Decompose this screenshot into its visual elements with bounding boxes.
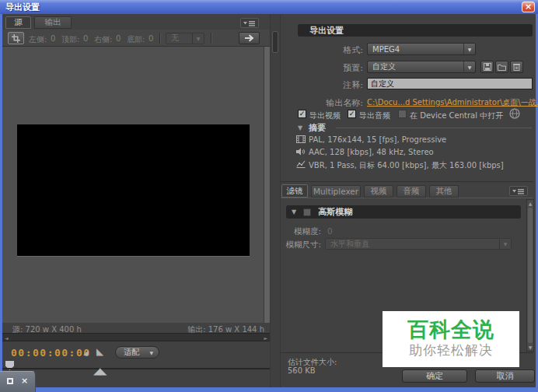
summary-audio-text: AAC, 128 [kbps], 48 kHz, Stereo xyxy=(309,148,434,156)
output-name-link[interactable]: C:\Docu...d Settings\Administrator\桌面\一战… xyxy=(367,97,538,108)
crop-ratio-dropdown[interactable]: 无 ▼ xyxy=(166,33,204,44)
watermark: 百科全说 助你轻松解决 xyxy=(383,311,519,367)
horizontal-scrollbar[interactable]: ◄ ► xyxy=(2,333,270,341)
recorder-overlay: × xyxy=(0,371,36,392)
preview-scrollbar[interactable] xyxy=(264,47,270,323)
send-to-output-button[interactable] xyxy=(239,32,260,44)
in-point-icon[interactable]: ◢ xyxy=(83,348,89,356)
summary-collapse-icon[interactable]: ▼ xyxy=(298,124,302,131)
crop-top-value[interactable]: 0 xyxy=(83,34,88,43)
comment-input[interactable] xyxy=(367,78,533,89)
window-titlebar[interactable]: 导出设置 × xyxy=(0,0,538,14)
tab-other[interactable]: 其他 xyxy=(429,185,459,198)
tab-filters[interactable]: 滤镜 xyxy=(281,184,308,198)
export-audio-checkbox[interactable]: ✓ xyxy=(348,110,356,118)
tab-filters-label: 滤镜 xyxy=(287,186,303,197)
summary-video-text: PAL, 176x144, 15 [fps], Progressive xyxy=(309,135,446,144)
gaussian-blur-header: ▼ 高斯模糊 xyxy=(286,205,521,219)
gaussian-blur-title: 高斯模糊 xyxy=(318,206,352,218)
preset-dropdown[interactable]: 自定义 ▼ xyxy=(367,61,476,73)
crop-left-value[interactable]: 0 xyxy=(51,34,55,43)
blur-enable-checkbox[interactable] xyxy=(303,208,311,216)
scrollbar-thumb[interactable] xyxy=(528,208,533,343)
scroll-down-icon[interactable]: ▼ xyxy=(527,345,533,350)
crop-button[interactable] xyxy=(8,32,24,44)
crop-bottom-value[interactable]: 0 xyxy=(148,34,153,43)
crop-bottom-label: 底部: xyxy=(127,34,145,45)
blur-dimension-label: 模糊尺寸: xyxy=(281,240,321,250)
blurriness-label: 模糊度: xyxy=(281,226,321,237)
crop-right-label: 右侧: xyxy=(94,34,112,45)
out-point-icon[interactable]: ◣ xyxy=(96,346,103,357)
bitrate-icon xyxy=(296,160,306,168)
toolbar-separator xyxy=(159,33,160,44)
film-icon xyxy=(296,135,306,143)
filter-scrollbar[interactable]: ▲ ▼ xyxy=(526,199,534,352)
save-preset-button[interactable] xyxy=(480,61,494,73)
export-video-label: 导出视频 xyxy=(309,110,341,121)
tab-audio-label: 音频 xyxy=(404,186,420,197)
crop-left-label: 左侧: xyxy=(29,34,47,45)
ok-button[interactable]: 确定 xyxy=(402,369,467,383)
arrow-right-icon xyxy=(244,34,254,42)
chevron-down-icon: ▼ xyxy=(192,33,204,44)
section-divider xyxy=(281,181,533,182)
blur-collapse-icon[interactable]: ▼ xyxy=(292,208,296,215)
tab-audio[interactable]: 音频 xyxy=(397,185,426,198)
export-video-checkbox[interactable]: ✓ xyxy=(298,110,306,118)
tab-source[interactable]: 源 xyxy=(5,16,31,29)
disk-icon xyxy=(484,63,491,71)
close-button[interactable]: × xyxy=(522,2,535,12)
delete-preset-button[interactable] xyxy=(510,61,523,73)
timeline-track[interactable] xyxy=(2,368,270,369)
tab-video[interactable]: 视频 xyxy=(364,185,393,198)
panel-divider[interactable] xyxy=(270,14,281,387)
close-icon[interactable]: × xyxy=(21,376,28,386)
window-border-bottom xyxy=(0,387,538,392)
tab-output-label: 输出 xyxy=(45,17,61,28)
tab-output[interactable]: 输出 xyxy=(34,16,72,29)
timecode-display[interactable]: 00:00:00:00 xyxy=(11,347,91,359)
cancel-button-label: 取消 xyxy=(497,370,514,382)
watermark-subtitle: 助你轻松解决 xyxy=(409,341,493,359)
format-label: 格式: xyxy=(281,44,363,56)
import-preset-button[interactable] xyxy=(495,61,508,73)
divider-gripper[interactable] xyxy=(272,31,278,53)
source-panel-menu-button[interactable] xyxy=(240,18,259,28)
device-central-label: 在 Device Central 中打开 xyxy=(410,110,503,121)
filter-panel-menu-button[interactable] xyxy=(509,186,528,196)
crop-right-value[interactable]: 0 xyxy=(116,34,121,43)
toolbar-separator-2 xyxy=(211,33,211,44)
blurriness-value[interactable]: 0 xyxy=(327,226,333,236)
format-dropdown[interactable]: MPEG4 ▼ xyxy=(367,43,476,55)
trash-icon xyxy=(513,63,520,71)
fit-dropdown[interactable]: 适配 ▼ xyxy=(115,346,159,359)
check-icon: ✓ xyxy=(349,110,355,117)
scroll-left-icon[interactable]: ◄ xyxy=(5,335,9,341)
device-central-checkbox[interactable] xyxy=(398,110,407,118)
chevron-down-icon: ▼ xyxy=(149,350,153,355)
tabs-underline xyxy=(281,198,533,198)
output-name-label: 输出名称: xyxy=(281,97,363,109)
blur-dimension-dropdown[interactable]: 水平和垂直 ▼ xyxy=(325,238,512,250)
cancel-button[interactable]: 取消 xyxy=(475,369,535,383)
crop-ratio-value: 无 xyxy=(171,33,179,44)
video-frame xyxy=(17,124,250,257)
stop-icon[interactable] xyxy=(7,378,13,384)
format-value: MPEG4 xyxy=(372,45,400,54)
folder-icon xyxy=(498,64,506,71)
panel-menu-icon xyxy=(243,20,256,26)
inout-markers-icon[interactable]: ◢◣ xyxy=(93,366,106,376)
scroll-right-icon[interactable]: ► xyxy=(264,335,267,341)
check-icon: ✓ xyxy=(299,110,306,117)
chevron-down-icon: ▼ xyxy=(463,61,475,72)
scroll-up-icon[interactable]: ▲ xyxy=(527,201,533,206)
crop-toolbar: 左侧: 0 顶部: 0 右侧: 0 底部: 0 无 ▼ xyxy=(2,30,270,47)
export-settings-window: 导出设置 × 源 输出 左侧: 0 顶部: 0 右侧: 0 底部: xyxy=(0,0,538,392)
panel-menu-icon xyxy=(512,188,525,194)
export-audio-label: 导出音频 xyxy=(359,110,390,121)
chevron-down-icon: ▼ xyxy=(499,239,511,249)
blur-dimension-value: 水平和垂直 xyxy=(330,239,369,250)
tab-multiplexer[interactable]: Multiplexer xyxy=(311,185,361,198)
preset-value: 自定义 xyxy=(372,61,396,72)
